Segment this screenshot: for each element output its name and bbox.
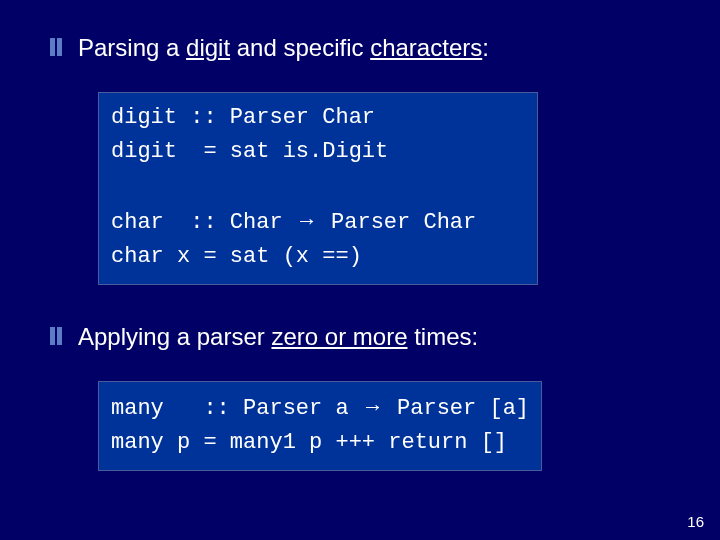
code-line-part: Parser Char bbox=[318, 210, 476, 235]
code-line bbox=[111, 174, 124, 199]
svg-rect-3 bbox=[57, 327, 62, 345]
text-underline: digit bbox=[186, 34, 230, 61]
code-block: many :: Parser a → Parser [a] many p = m… bbox=[98, 381, 542, 471]
page-number: 16 bbox=[687, 513, 704, 530]
svg-rect-1 bbox=[57, 38, 62, 56]
arrow-icon: → bbox=[362, 394, 384, 419]
code-block: digit :: Parser Char digit = sat is.Digi… bbox=[98, 92, 538, 284]
code-line-part: char :: Char bbox=[111, 210, 296, 235]
text-underline: characters bbox=[370, 34, 482, 61]
text-fragment: and specific bbox=[230, 34, 370, 61]
text-underline: zero or more bbox=[271, 323, 407, 350]
code-line: many p = many1 p +++ return [] bbox=[111, 430, 507, 455]
svg-rect-2 bbox=[50, 327, 55, 345]
code-line: char x = sat (x ==) bbox=[111, 244, 362, 269]
bullet-square-icon bbox=[50, 327, 64, 345]
bullet-row: Applying a parser zero or more times: bbox=[50, 321, 690, 353]
code-line: digit :: Parser Char bbox=[111, 105, 375, 130]
arrow-icon: → bbox=[296, 208, 318, 233]
code-line-part: Parser [a] bbox=[384, 396, 529, 421]
text-fragment: times: bbox=[408, 323, 479, 350]
bullet-text: Parsing a digit and specific characters: bbox=[78, 32, 489, 64]
slide: Parsing a digit and specific characters:… bbox=[0, 0, 720, 540]
code-line: digit = sat is.Digit bbox=[111, 139, 388, 164]
text-fragment: Parsing a bbox=[78, 34, 186, 61]
bullet-row: Parsing a digit and specific characters: bbox=[50, 32, 690, 64]
bullet-text: Applying a parser zero or more times: bbox=[78, 321, 478, 353]
svg-rect-0 bbox=[50, 38, 55, 56]
code-line-part: many :: Parser a bbox=[111, 396, 362, 421]
bullet-square-icon bbox=[50, 38, 64, 56]
text-fragment: Applying a parser bbox=[78, 323, 271, 350]
text-fragment: : bbox=[482, 34, 489, 61]
